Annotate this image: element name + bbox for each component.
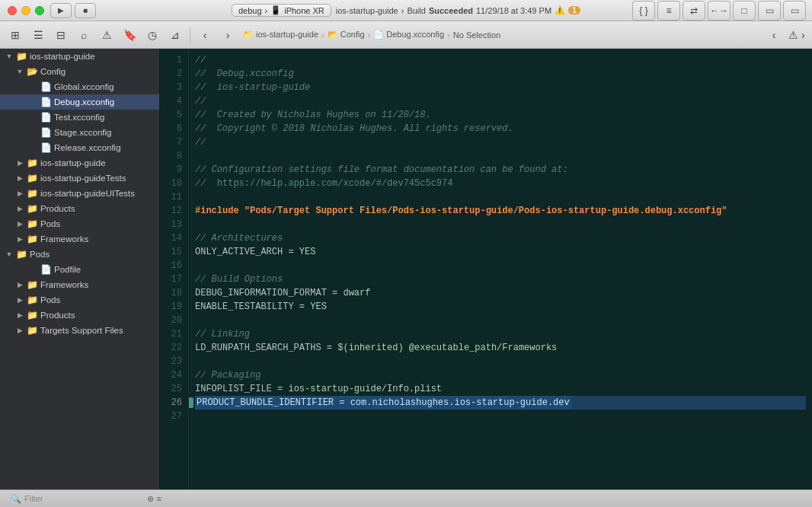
folder-icon-products-pods: 📁 (26, 309, 38, 321)
sidebar[interactable]: ▼ 📁 ios-startup-guide ▼ 📂 Config 📄 Globa… (0, 49, 160, 489)
sidebar-item-debug-xcconfig[interactable]: 📄 Debug.xcconfig (0, 94, 159, 110)
toolbar-warning-nav-next[interactable]: ⚠ › (786, 25, 807, 45)
sidebar-item-pods-sub[interactable]: ▶ 📁 Pods (0, 216, 159, 231)
maximize-button[interactable] (35, 6, 44, 15)
sidebar-item-products-pods[interactable]: ▶ 📁 Products (0, 308, 159, 323)
sidebar-item-ios-folder[interactable]: ▶ 📁 ios-startup-guide (0, 155, 159, 171)
folder-icon-products: 📁 (26, 202, 38, 215)
arrow-pods-sub: ▶ (14, 218, 26, 230)
code-line-20 (195, 314, 806, 327)
sidebar-item-targets-support[interactable]: ▶ 📁 Targets Support Files (0, 323, 159, 338)
code-line-19: ENABLE_TESTABILITY = YES (195, 300, 806, 314)
sidebar-item-tests[interactable]: ▶ 📁 ios-startup-guideTests (0, 171, 159, 186)
breadcrumb-sep-2: › (447, 30, 450, 40)
sidebar-item-stage-xcconfig[interactable]: 📄 Stage.xcconfig (0, 125, 159, 140)
sidebar-item-global-xcconfig[interactable]: 📄 Global.xcconfig (0, 79, 159, 94)
toolbar-icon-search[interactable]: ⌕ (73, 25, 94, 45)
sidebar-item-pods-pods[interactable]: ▶ 📁 Pods (0, 292, 159, 308)
editor-content[interactable]: 1 2 3 4 5 6 7 8 9 10 11 12 13 14 15 16 1… (160, 49, 812, 489)
file-icon-2: 📄 (373, 30, 386, 39)
ln-2: 2 (163, 67, 182, 81)
test-xcconfig-label: Test.xcconfig (54, 113, 104, 122)
sidebar-item-release-xcconfig[interactable]: 📄 Release.xcconfig (0, 140, 159, 155)
navigator-btn[interactable]: □ (733, 1, 756, 21)
build-result: Succeeded (429, 6, 473, 15)
add-filter-btn[interactable]: ⊕ (147, 494, 154, 504)
file-icon-debug: 📄 (40, 96, 52, 108)
ln-9: 9 (163, 163, 182, 177)
breadcrumb-item-0[interactable]: 📁 ios-startup-guide (243, 30, 318, 40)
frameworks-label: Frameworks (40, 234, 88, 244)
toolbar-icon-filter[interactable]: ⊿ (165, 25, 186, 45)
version-btn[interactable]: ←→ (708, 1, 730, 21)
traffic-lights (0, 6, 44, 15)
sidebar-item-pods-root[interactable]: ▼ 📁 Pods (0, 247, 159, 262)
toolbar-warning-nav-prev[interactable]: ‹ (763, 25, 785, 45)
breadcrumb-item-2[interactable]: 📄 Debug.xcconfig (373, 30, 444, 40)
filter-icon: 🔍 (11, 494, 21, 504)
breadcrumb-item-3[interactable]: No Selection (453, 30, 500, 40)
editor[interactable]: 1 2 3 4 5 6 7 8 9 10 11 12 13 14 15 16 1… (160, 49, 812, 489)
close-button[interactable] (8, 6, 17, 15)
uitests-label: ios-startup-guideUITests (40, 189, 135, 198)
toolbar: ⊞ ☰ ⊟ ⌕ ⚠ 🔖 ◷ ⊿ ‹ › 📁 ios-startup-guide … (0, 21, 812, 49)
inspector-btn[interactable]: ▭ (783, 1, 806, 21)
arrow-products: ▶ (14, 202, 26, 215)
code-line-6: // Copyright © 2018 Nicholas Hughes. All… (195, 122, 806, 136)
pods-sub-label: Pods (40, 219, 60, 228)
nav-forward-btn[interactable]: › (217, 25, 238, 45)
ln-5: 5 (163, 108, 182, 122)
toolbar-icon-list[interactable]: ☰ (27, 25, 49, 45)
build-label: Build (407, 6, 425, 15)
toolbar-icon-warning[interactable]: ⚠ (96, 25, 117, 45)
code-line-21: // Linking (195, 327, 806, 341)
toolbar-icon-tree[interactable]: ⊟ (50, 25, 72, 45)
toolbar-icon-clock[interactable]: ◷ (142, 25, 163, 45)
frameworks-pods-label: Frameworks (40, 280, 88, 289)
code-line-27 (195, 410, 806, 423)
breadcrumb-sep-1: › (368, 30, 371, 40)
code-line-12: #include "Pods/Target Support Files/Pods… (195, 204, 806, 218)
filter-options-btn[interactable]: ≡ (157, 494, 161, 503)
scheme-selector[interactable]: debug › 📱 iPhone XR (232, 4, 331, 17)
debug-btn[interactable]: ▭ (758, 1, 781, 21)
ln-15: 15 (163, 245, 182, 259)
sidebar-item-frameworks[interactable]: ▶ 📁 Frameworks (0, 231, 159, 247)
sidebar-item-products[interactable]: ▶ 📁 Products (0, 201, 159, 216)
title-bar-controls: ▶ ■ (50, 3, 96, 18)
breadcrumb-item-1[interactable]: 📂 Config (328, 30, 365, 40)
minimize-button[interactable] (21, 6, 30, 15)
sidebar-item-test-xcconfig[interactable]: 📄 Test.xcconfig (0, 110, 159, 125)
run-button[interactable]: ▶ (50, 3, 72, 18)
folder-icon-frameworks: 📁 (26, 233, 38, 245)
toolbar-icon-grid[interactable]: ⊞ (5, 25, 26, 45)
activity-btn[interactable]: ≡ (657, 1, 680, 21)
arrow-frameworks: ▶ (14, 233, 26, 245)
code-review-btn[interactable]: { } (632, 1, 655, 21)
products-pods-label: Products (40, 311, 75, 320)
sidebar-item-frameworks-pods[interactable]: ▶ 📁 Frameworks (0, 277, 159, 292)
nav-back-btn[interactable]: ‹ (194, 25, 216, 45)
ln-27: 27 (163, 410, 182, 423)
sidebar-item-config[interactable]: ▼ 📂 Config (0, 64, 159, 79)
code-line-18: DEBUG_INFORMATION_FORMAT = dwarf (195, 286, 806, 300)
folder-icon-pods-pods: 📁 (26, 294, 38, 306)
code-line-15: ONLY_ACTIVE_ARCH = YES (195, 245, 806, 259)
code-line-2: // Debug.xcconfig (195, 67, 806, 81)
warning-count[interactable]: 1 (568, 6, 580, 14)
sidebar-item-uitests[interactable]: ▶ 📁 ios-startup-guideUITests (0, 186, 159, 201)
code-line-26: PRODUCT_BUNDLE_IDENTIFIER = com.nicholas… (195, 396, 806, 410)
folder-icon-config: 📂 (26, 65, 38, 78)
file-icon-release: 📄 (40, 142, 52, 154)
toolbar-icon-bookmark[interactable]: 🔖 (119, 25, 140, 45)
code-area[interactable]: // // Debug.xcconfig // ios-startup-guid… (189, 49, 812, 489)
sidebar-item-podfile[interactable]: 📄 Podfile (0, 262, 159, 277)
sidebar-item-root[interactable]: ▼ 📁 ios-startup-guide (0, 49, 159, 64)
code-line-22: LD_RUNPATH_SEARCH_PATHS = $(inherited) @… (195, 341, 806, 355)
code-line-4: // (195, 94, 806, 108)
build-status: ios-startup-guide › Build Succeeded 11/2… (336, 5, 580, 15)
assistant-btn[interactable]: ⇄ (683, 1, 705, 21)
arrow-pods-pods: ▶ (14, 294, 26, 306)
ln-22: 22 (163, 341, 182, 355)
stop-button[interactable]: ■ (75, 3, 96, 18)
